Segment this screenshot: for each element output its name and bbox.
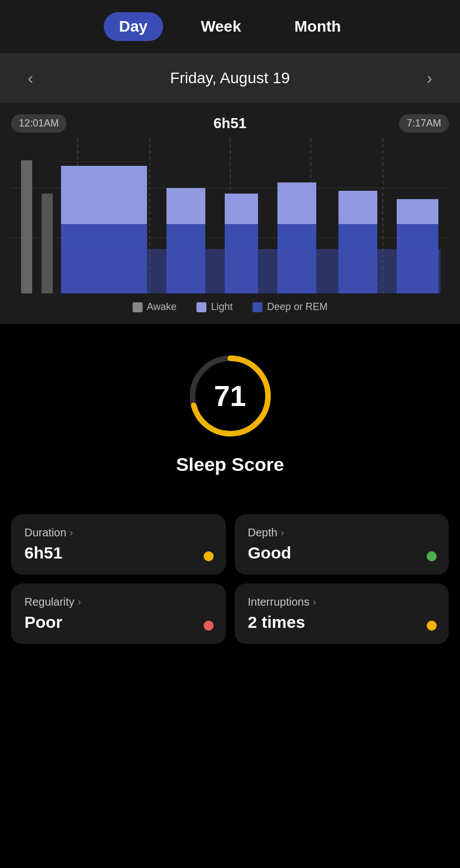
metric-duration-title: Duration ›: [24, 526, 213, 539]
metric-card-duration[interactable]: Duration › 6h51: [11, 514, 226, 575]
light-color-swatch: [196, 302, 206, 312]
sleep-score-value: 71: [214, 379, 246, 413]
metric-interruptions-title: Interruptions ›: [248, 596, 436, 608]
svg-rect-8: [42, 194, 53, 293]
interruptions-status-dot: [427, 621, 437, 631]
current-date: Friday, August 19: [170, 69, 290, 87]
metrics-grid: Duration › 6h51 Depth › Good Regularity …: [0, 514, 460, 666]
sleep-chart-section: 12:01AM 6h51 7:17AM: [0, 103, 460, 324]
chart-legend: Awake Light Deep or REM: [11, 293, 449, 318]
awake-color-swatch: [133, 302, 143, 312]
end-time-badge: 7:17AM: [399, 114, 449, 133]
legend-light-label: Light: [211, 301, 232, 313]
depth-status-dot: [427, 551, 437, 561]
svg-rect-12: [166, 188, 205, 224]
tab-month[interactable]: Month: [279, 12, 357, 41]
svg-rect-16: [277, 182, 316, 224]
legend-awake-label: Awake: [147, 301, 177, 313]
metric-duration-value: 6h51: [24, 544, 213, 562]
tab-week[interactable]: Week: [185, 12, 257, 41]
metric-card-depth[interactable]: Depth › Good: [235, 514, 449, 575]
legend-deep-rem: Deep or REM: [252, 301, 327, 313]
svg-rect-21: [61, 249, 441, 293]
metric-interruptions-value: 2 times: [248, 613, 436, 632]
sleep-duration-label: 6h51: [214, 115, 246, 132]
sleep-chart-svg: [11, 138, 449, 293]
deep-rem-color-swatch: [252, 302, 262, 312]
metric-regularity-value: Poor: [24, 613, 213, 632]
prev-date-button[interactable]: ‹: [22, 67, 39, 90]
sleep-chart: [11, 138, 449, 293]
tab-day[interactable]: Day: [104, 12, 163, 41]
legend-deep-rem-label: Deep or REM: [267, 301, 327, 313]
regularity-chevron: ›: [78, 596, 81, 608]
duration-status-dot: [204, 551, 214, 561]
svg-rect-7: [21, 160, 32, 293]
legend-light: Light: [196, 301, 232, 313]
sleep-score-label: Sleep Score: [176, 454, 284, 475]
svg-rect-10: [61, 166, 147, 224]
duration-chevron: ›: [70, 527, 73, 539]
chart-time-row: 12:01AM 6h51 7:17AM: [11, 114, 449, 133]
start-time-badge: 12:01AM: [11, 114, 67, 133]
svg-rect-18: [338, 191, 377, 224]
top-navigation: Day Week Month: [0, 0, 460, 53]
metric-card-interruptions[interactable]: Interruptions › 2 times: [235, 583, 449, 644]
date-navigation: ‹ Friday, August 19 ›: [0, 53, 460, 103]
metric-card-regularity[interactable]: Regularity › Poor: [11, 583, 226, 644]
sleep-score-ring: 71: [186, 352, 275, 440]
sleep-score-section: 71 Sleep Score: [0, 324, 460, 514]
interruptions-chevron: ›: [313, 596, 316, 608]
legend-awake: Awake: [133, 301, 177, 313]
depth-chevron: ›: [281, 527, 284, 539]
regularity-status-dot: [204, 621, 214, 631]
svg-rect-20: [397, 199, 438, 224]
metric-regularity-title: Regularity ›: [24, 596, 213, 608]
metric-depth-title: Depth ›: [248, 526, 436, 539]
metric-depth-value: Good: [248, 544, 436, 562]
next-date-button[interactable]: ›: [421, 67, 438, 90]
svg-rect-14: [225, 194, 258, 224]
